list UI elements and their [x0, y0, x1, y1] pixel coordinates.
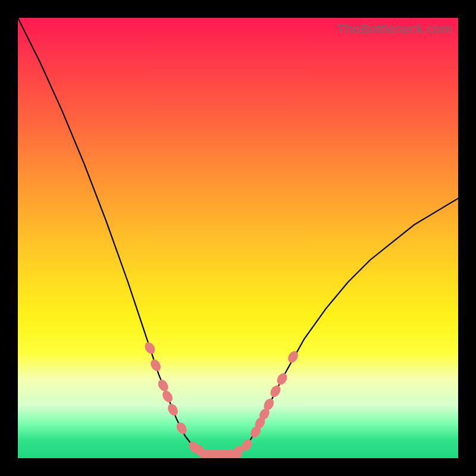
- bottleneck-curve-path: [18, 18, 458, 454]
- chart-svg: [18, 18, 458, 458]
- chart-plot-area: TheBottleneck.com: [18, 18, 458, 458]
- curve-marker: [286, 349, 300, 365]
- markers-left: [143, 340, 206, 458]
- curve-marker: [174, 421, 189, 436]
- curve-marker: [166, 402, 180, 418]
- curve-marker: [161, 389, 175, 405]
- curve-marker: [156, 378, 170, 393]
- curve-marker: [149, 358, 163, 373]
- curve-marker: [143, 340, 157, 356]
- curve-marker: [268, 384, 283, 399]
- chart-frame: TheBottleneck.com: [0, 0, 476, 476]
- curve-marker: [275, 371, 289, 387]
